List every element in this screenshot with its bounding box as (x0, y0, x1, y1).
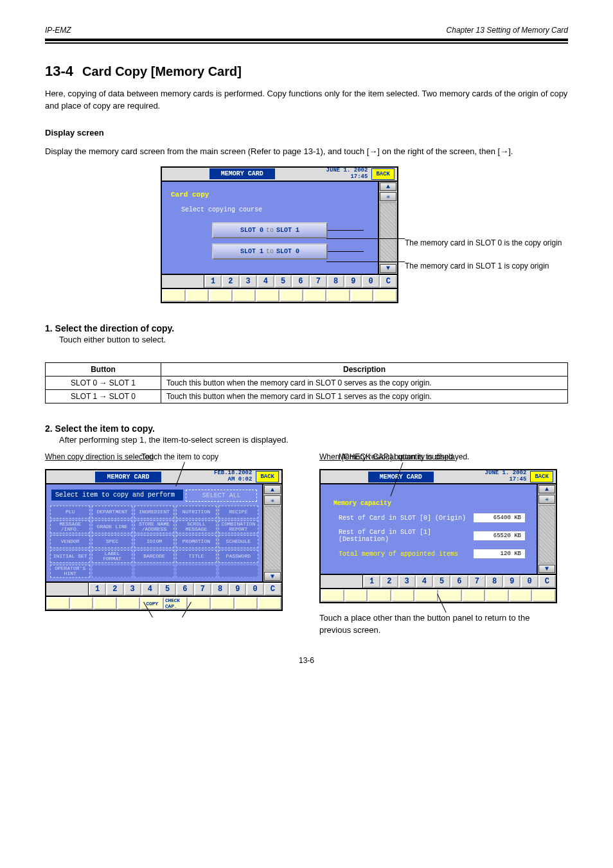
slot1-to-slot0-button[interactable]: SLOT 1toSLOT 0 (212, 244, 328, 260)
item-operator-s-hint[interactable]: OPERATOR'S HINT (50, 565, 90, 578)
screenA-soft-2[interactable] (70, 597, 94, 610)
softkey-10[interactable] (373, 289, 397, 302)
keypad-0[interactable]: 0 (362, 275, 379, 288)
screenB-soft-8[interactable] (485, 589, 509, 602)
screenA-soft-10[interactable] (258, 597, 281, 610)
keypad-3[interactable]: 3 (240, 275, 257, 288)
screenB-soft-9[interactable] (509, 589, 533, 602)
item-label-format[interactable]: LABEL FORMAT (92, 550, 132, 563)
item-plu[interactable]: PLU (50, 506, 90, 518)
screenA-soft-1[interactable] (46, 597, 70, 610)
slot0-to-slot1-button[interactable]: SLOT 0toSLOT 1 (212, 222, 328, 238)
screenA-keypad-7[interactable]: 7 (194, 583, 211, 596)
item-recipe[interactable]: RECIPE (218, 506, 258, 518)
screenB-keypad-0[interactable]: 0 (520, 575, 538, 588)
screenB-keypad-c[interactable]: C (538, 575, 556, 588)
memcap-slot1-value: 65520 KB (474, 531, 525, 540)
item-title[interactable]: TITLE (176, 550, 216, 563)
screenB-scroll-down[interactable] (538, 565, 555, 573)
screenA-keypad-6[interactable]: 6 (176, 583, 193, 596)
screenA-keypad-3[interactable]: 3 (124, 583, 141, 596)
softkey-2[interactable] (186, 289, 209, 302)
screenA-keypad-2[interactable]: 2 (106, 583, 123, 596)
softkey-5[interactable] (256, 289, 280, 302)
item-message-info-[interactable]: MESSAGE /INFO. (50, 520, 90, 533)
item-department[interactable]: DEPARTMENT (92, 506, 132, 518)
keypad-8[interactable]: 8 (327, 275, 344, 288)
screenA-keypad-c[interactable]: C (264, 583, 281, 596)
screenA-keypad-8[interactable]: 8 (211, 583, 229, 596)
screenB-soft-4[interactable] (391, 589, 415, 602)
memcap-total-value: 120 KB (474, 549, 525, 558)
item-combination-report[interactable]: COMBINATION REPORT (218, 520, 258, 533)
screenB-keypad-3[interactable]: 3 (398, 575, 416, 588)
screenB-soft-7[interactable] (462, 589, 486, 602)
screenA-soft-4[interactable] (117, 597, 141, 610)
item-initial-set[interactable]: INITIAL SET (50, 550, 90, 563)
screenA-soft-checkcap[interactable]: CHECK CAP. (164, 597, 188, 610)
screenB-soft-1[interactable] (321, 589, 344, 602)
item-vendor[interactable]: VENDOR (50, 535, 90, 548)
screenA-scroll-up[interactable] (264, 485, 281, 494)
item-spec[interactable]: SPEC (92, 535, 132, 548)
scroll-down-button[interactable] (380, 264, 396, 273)
screenA-keypad-1[interactable]: 1 (89, 583, 106, 596)
keypad-4[interactable]: 4 (257, 275, 274, 288)
screenA-soft-7[interactable] (188, 597, 211, 610)
screenA-keypad-0[interactable]: 0 (246, 583, 263, 596)
item-store-name-address[interactable]: STORE NAME /ADDRESS (134, 520, 174, 533)
screenB-soft-10[interactable] (532, 589, 556, 602)
item-grade-line[interactable]: GRADE LINE (92, 520, 132, 533)
screenA-back-button[interactable]: BACK (256, 471, 279, 483)
settings-button[interactable] (380, 192, 396, 201)
item-nutrition[interactable]: NUTRITION (176, 506, 216, 518)
softkey-4[interactable] (233, 289, 256, 302)
item-idiom[interactable]: IDIOM (134, 535, 174, 548)
screenA-settings[interactable] (264, 495, 281, 504)
screenB-keypad-7[interactable]: 7 (468, 575, 486, 588)
screenB-keypad-5[interactable]: 5 (433, 575, 450, 588)
softkey-1[interactable] (162, 289, 186, 302)
screenB-soft-3[interactable] (368, 589, 391, 602)
screenA-soft-3[interactable] (93, 597, 117, 610)
screenA-keypad-9[interactable]: 9 (229, 583, 246, 596)
select-all-button[interactable]: SELECT ALL (186, 490, 257, 502)
screenA-soft-9[interactable] (235, 597, 258, 610)
screenB-keypad-2[interactable]: 2 (380, 575, 398, 588)
screenB-scroll-up[interactable] (538, 485, 555, 493)
screenA-keypad-5[interactable]: 5 (159, 583, 176, 596)
screenB-keypad-8[interactable]: 8 (486, 575, 503, 588)
back-button[interactable]: BACK (371, 168, 395, 180)
keypad-6[interactable]: 6 (292, 275, 309, 288)
softkey-8[interactable] (326, 289, 350, 302)
item-scroll-message[interactable]: SCROLL MESSAGE (176, 520, 216, 533)
keypad-1[interactable]: 1 (204, 275, 222, 288)
keypad-9[interactable]: 9 (344, 275, 362, 288)
softkey-3[interactable] (209, 289, 233, 302)
item-ingredient[interactable]: INGREDIENT (134, 506, 174, 518)
screenA-soft-8[interactable] (211, 597, 235, 610)
keypad-2[interactable]: 2 (222, 275, 239, 288)
screenB-back-button[interactable]: BACK (530, 471, 553, 483)
keypad-7[interactable]: 7 (310, 275, 327, 288)
screenA-keypad-4[interactable]: 4 (141, 583, 159, 596)
softkey-6[interactable] (280, 289, 303, 302)
screenB-keypad-9[interactable]: 9 (503, 575, 520, 588)
item-password[interactable]: PASSWORD (218, 550, 258, 563)
screenB-soft-2[interactable] (344, 589, 368, 602)
screenB-soft-6[interactable] (438, 589, 462, 602)
item-schedule[interactable]: SCHEDULE (218, 535, 258, 548)
screenB-keypad-4[interactable]: 4 (416, 575, 433, 588)
item-barcode[interactable]: BARCODE (134, 550, 174, 563)
keypad-5[interactable]: 5 (274, 275, 292, 288)
screenB-settings[interactable] (538, 495, 555, 504)
item-promotion[interactable]: PROMOTION (176, 535, 216, 548)
screenB-keypad-1[interactable]: 1 (363, 575, 380, 588)
screenB-keypad-6[interactable]: 6 (450, 575, 468, 588)
keypad-c[interactable]: C (380, 275, 397, 288)
scroll-up-button[interactable] (380, 182, 396, 191)
softkey-7[interactable] (303, 289, 327, 302)
screenB-soft-5[interactable] (414, 589, 438, 602)
screenA-scroll-down[interactable] (264, 572, 281, 581)
softkey-9[interactable] (350, 289, 374, 302)
